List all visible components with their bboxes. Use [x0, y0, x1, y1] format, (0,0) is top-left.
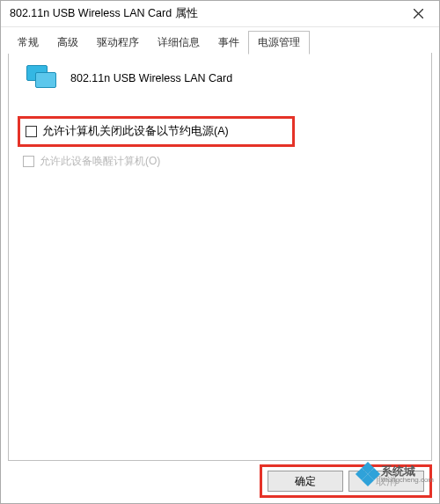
- highlight-allow-off: 允许计算机关闭此设备以节约电源(A): [18, 116, 295, 147]
- tab-details[interactable]: 详细信息: [148, 31, 209, 54]
- checkbox-icon: [26, 126, 37, 137]
- checkbox-allow-off[interactable]: 允许计算机关闭此设备以节约电源(A): [26, 124, 229, 139]
- tab-advanced[interactable]: 高级: [48, 31, 88, 54]
- window-title: 802.11n USB Wireless LAN Card 属性: [10, 6, 198, 21]
- tab-power-management[interactable]: 电源管理: [248, 31, 310, 55]
- checkbox-allow-off-label: 允许计算机关闭此设备以节约电源(A): [42, 124, 229, 139]
- tab-driver[interactable]: 驱动程序: [87, 31, 149, 54]
- checkbox-icon: [23, 156, 34, 167]
- device-name: 802.11n USB Wireless LAN Card: [70, 72, 232, 84]
- checkbox-allow-wake-label: 允许此设备唤醒计算机(O): [40, 154, 160, 169]
- checkbox-allow-wake: 允许此设备唤醒计算机(O): [21, 154, 419, 169]
- close-button[interactable]: [400, 2, 436, 26]
- highlight-buttons: 确定 取消: [260, 464, 432, 498]
- close-icon: [414, 9, 423, 18]
- dialog-footer: 确定 取消: [8, 466, 432, 496]
- tab-events[interactable]: 事件: [209, 31, 249, 54]
- cancel-button[interactable]: 取消: [348, 471, 424, 492]
- titlebar: 802.11n USB Wireless LAN Card 属性: [1, 1, 439, 27]
- properties-dialog: 802.11n USB Wireless LAN Card 属性 常规 高级 驱…: [0, 0, 440, 504]
- tab-general[interactable]: 常规: [8, 31, 48, 54]
- device-header: 802.11n USB Wireless LAN Card: [21, 65, 419, 91]
- network-adapter-icon: [26, 65, 58, 91]
- ok-button[interactable]: 确定: [268, 471, 343, 492]
- tab-content: 802.11n USB Wireless LAN Card 允许计算机关闭此设备…: [8, 53, 432, 461]
- tab-strip: 常规 高级 驱动程序 详细信息 事件 电源管理: [1, 27, 439, 54]
